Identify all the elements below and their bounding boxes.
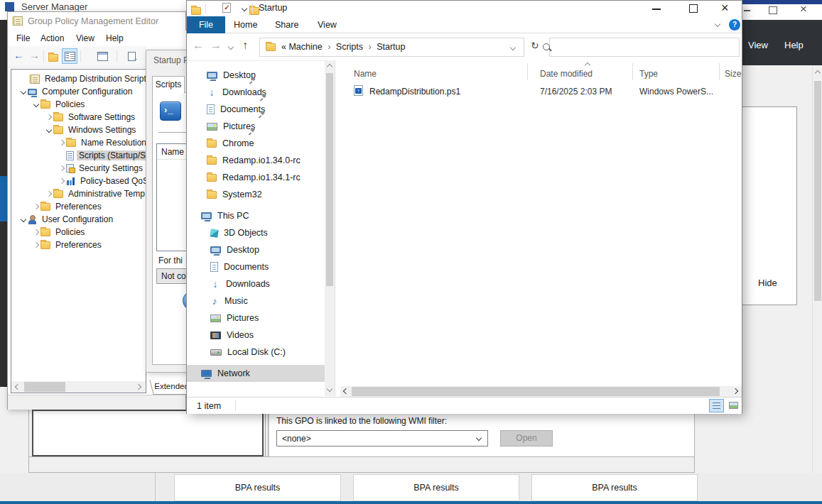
breadcrumb-startup[interactable]: Startup (377, 42, 405, 52)
tree-item-preferences[interactable]: Preferences (11, 200, 146, 213)
scroll-right-icon[interactable] (732, 388, 738, 394)
column-separator[interactable] (632, 63, 633, 80)
column-header-type[interactable]: Type (639, 69, 658, 79)
tree-item-name-resolution[interactable]: Name Resolution (11, 136, 146, 149)
collapsed-chevron-icon[interactable] (45, 114, 51, 120)
tree-item-software-settings[interactable]: Software Settings (11, 111, 146, 124)
nav-item-system32[interactable]: System32 (187, 186, 325, 203)
nav-item-3d-objects[interactable]: 3D Objects (187, 224, 325, 241)
pin-icon[interactable] (259, 94, 267, 102)
scripts-tab[interactable]: Scripts (152, 76, 185, 93)
tree-item-user-preferences[interactable]: Preferences (11, 239, 146, 251)
server-manager-minimize-button[interactable] (744, 10, 750, 11)
nav-item-pc-documents[interactable]: Documents (187, 258, 325, 275)
file-list-horizontal-scrollbar[interactable] (340, 386, 742, 397)
gpme-menu-action[interactable]: Action (40, 33, 64, 43)
collapsed-chevron-icon[interactable] (45, 191, 51, 197)
tree-item-security-settings[interactable]: Security Settings (11, 162, 146, 175)
tree-item-user-policies[interactable]: Policies (11, 226, 146, 239)
tree-item-policies[interactable]: Policies (11, 98, 146, 111)
tree-item-scripts-startup[interactable]: Scripts (Startup/S (11, 149, 146, 162)
show-console-tree-button[interactable] (62, 48, 77, 64)
quick-access-toolbar-dropdown-icon[interactable] (242, 6, 247, 11)
tree-item-administrative-templates[interactable]: Administrative Temp (11, 187, 146, 200)
nav-item-desktop[interactable]: Desktop (187, 67, 325, 84)
nav-item-pc-pictures[interactable]: Pictures (187, 309, 325, 327)
collapsed-chevron-icon[interactable] (33, 204, 38, 209)
recent-locations-icon[interactable] (228, 44, 234, 50)
explorer-maximize-button[interactable] (689, 4, 698, 13)
tree-item-computer-configuration[interactable]: Computer Configuration (11, 85, 146, 98)
nav-item-music[interactable]: ♪Music (187, 292, 325, 309)
breadcrumb-scripts[interactable]: Scripts (336, 42, 363, 52)
scroll-left-icon[interactable] (343, 388, 349, 394)
nav-item-documents[interactable]: Documents (187, 101, 325, 118)
forward-icon[interactable]: → (29, 49, 40, 61)
nav-back-icon[interactable]: ← (193, 39, 204, 52)
column-separator[interactable] (719, 63, 720, 80)
breadcrumb-separator-icon[interactable]: › (325, 42, 333, 52)
search-box[interactable] (549, 38, 740, 57)
collapsed-chevron-icon[interactable] (58, 178, 64, 184)
pin-icon[interactable] (258, 111, 266, 119)
address-bar[interactable]: « Machine › Scripts › Startup (259, 38, 524, 57)
scroll-left-icon[interactable] (15, 384, 21, 390)
expanded-chevron-icon[interactable] (33, 102, 38, 107)
nav-item-redamp-1341[interactable]: Redamp.io1.34.1-rc (187, 169, 325, 186)
nav-item-this-pc[interactable]: This PC (187, 207, 325, 224)
search-icon[interactable] (543, 43, 552, 53)
up-one-level-icon[interactable] (48, 54, 58, 62)
collapsed-chevron-icon[interactable] (58, 165, 64, 171)
tree-item-windows-settings[interactable]: Windows Settings (11, 124, 146, 136)
ribbon-tab-view[interactable]: View (318, 20, 337, 30)
server-manager-maximize-button[interactable] (769, 6, 777, 14)
nav-item-pc-desktop[interactable]: Desktop (187, 241, 325, 258)
server-manager-menu-view[interactable]: View (748, 40, 768, 50)
scrollbar-thumb[interactable] (326, 73, 333, 286)
scroll-up-icon[interactable] (815, 70, 821, 76)
ribbon-help-icon[interactable]: ? (729, 19, 740, 31)
column-header-name[interactable]: Name (354, 69, 377, 79)
gpme-menu-view[interactable]: View (76, 33, 94, 43)
nav-item-pictures[interactable]: Pictures (187, 118, 325, 135)
tree-horizontal-scrollbar[interactable] (11, 381, 146, 393)
collapsed-chevron-icon[interactable] (58, 140, 64, 146)
properties-shortcut-icon[interactable] (222, 3, 231, 13)
expanded-chevron-icon[interactable] (20, 89, 26, 94)
gpmc-list-box[interactable] (32, 410, 264, 456)
collapsed-chevron-icon[interactable] (33, 229, 38, 235)
pin-icon[interactable] (248, 128, 256, 136)
expanded-chevron-icon[interactable] (45, 127, 51, 133)
nav-item-network[interactable]: Network (187, 365, 325, 382)
nav-item-chrome[interactable]: Chrome (187, 135, 325, 152)
breadcrumb-prefix[interactable]: « (281, 42, 286, 52)
server-manager-close-button[interactable]: × (800, 2, 807, 16)
column-separator[interactable] (527, 63, 528, 80)
scroll-right-icon[interactable] (136, 384, 141, 390)
column-header-date-modified[interactable]: Date modified (540, 69, 593, 79)
collapsed-chevron-icon[interactable] (33, 242, 38, 248)
explorer-minimize-button[interactable] (652, 9, 661, 10)
bpa-results-tile[interactable]: BPA results (174, 474, 341, 501)
wmi-filter-dropdown[interactable]: <none> (276, 430, 488, 447)
ribbon-tab-home[interactable]: Home (234, 20, 257, 30)
export-list-icon[interactable] (128, 52, 136, 61)
tree-item-policy-based-qos[interactable]: Policy-based QoS (11, 175, 146, 187)
nav-forward-icon[interactable]: → (210, 39, 222, 52)
file-name[interactable]: RedampDistribution.ps1 (369, 87, 460, 97)
large-icons-view-button[interactable] (726, 399, 741, 412)
gpme-menu-file[interactable]: File (16, 33, 30, 43)
ribbon-tab-file[interactable]: File (187, 16, 225, 33)
scrollbar-thumb[interactable] (352, 387, 720, 396)
nav-scrollbar[interactable] (325, 60, 335, 396)
file-row[interactable]: RedampDistribution.ps1 7/16/2025 2:03 PM… (335, 83, 742, 100)
open-button[interactable]: Open (500, 430, 553, 447)
scrollbar-thumb[interactable] (24, 382, 65, 392)
nav-up-icon[interactable]: ↑ (242, 39, 248, 52)
breadcrumb-machine[interactable]: Machine (288, 42, 322, 52)
column-header-size[interactable]: Size (725, 69, 741, 79)
scrollbar-thumb[interactable] (814, 81, 821, 301)
new-folder-shortcut-icon[interactable] (249, 7, 259, 15)
scroll-down-icon[interactable] (327, 386, 332, 392)
tree-item-user-configuration[interactable]: User Configuration (11, 213, 146, 226)
